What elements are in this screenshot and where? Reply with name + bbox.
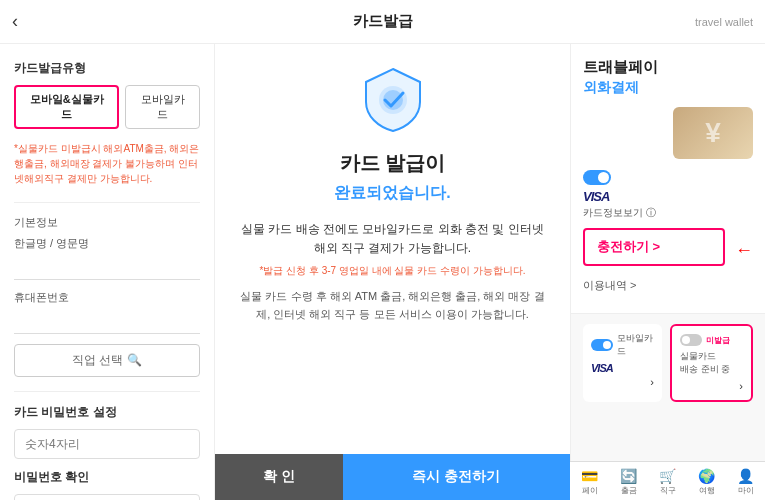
main-layout: 카드발급유형 모바일&실물카드 모바일카드 *실물카드 미발급시 해외ATM출금… — [0, 44, 765, 500]
complete-subtitle: 완료되었습니다. — [334, 183, 450, 204]
right-panel: 트래블페이 외화결제 VISA 카드정보보기 ⓘ 충전하기 > ← 이용내역 > — [570, 44, 765, 500]
physical-card-toggle[interactable] — [680, 334, 702, 346]
divider-2 — [14, 391, 200, 392]
desc-sub: 실물 카드 수령 후 해외 ATM 출금, 해외은행 출금, 해외 매장 결제,… — [235, 288, 550, 323]
nav-travel-icon: 🌍 — [698, 468, 715, 484]
left-panel: 카드발급유형 모바일&실물카드 모바일카드 *실물카드 미발급시 해외ATM출금… — [0, 44, 215, 500]
pin-input[interactable] — [14, 429, 200, 459]
confirm-input[interactable] — [14, 494, 200, 500]
mobile-card-item[interactable]: 모바일카드 VISA › — [583, 324, 662, 402]
bottom-nav-bar: 💳 페이 🔄 출금 🛒 직구 🌍 여행 👤 마이 — [570, 461, 765, 500]
complete-title: 카드 발급이 — [340, 150, 446, 177]
mobile-card-arrow[interactable]: › — [650, 376, 654, 388]
card-type-mobile-physical[interactable]: 모바일&실물카드 — [14, 85, 119, 129]
physical-card-badge: 미발급 — [706, 335, 730, 346]
mobile-card-label: 모바일카드 — [617, 332, 654, 358]
center-panel: 카드 발급이 완료되었습니다. 실물 카드 배송 전에도 모바일카드로 외화 충… — [215, 44, 570, 500]
card-type-notice: *실물카드 미발급시 해외ATM출금, 해외은행출금, 해외매장 결제가 불가능… — [14, 141, 200, 186]
toggle-row — [583, 170, 753, 185]
phone-field-label: 휴대폰번호 — [14, 290, 200, 305]
desc-warn: *발급 신청 후 3-7 영업일 내에 실물 카드 수령이 가능합니다. — [235, 264, 550, 278]
mobile-card-toggle[interactable] — [591, 339, 613, 351]
top-bar: ‹ 카드발급 travel wallet — [0, 0, 765, 44]
travelpay-title: 트래블페이 — [583, 58, 753, 77]
nav-withdraw-icon: 🔄 — [620, 468, 637, 484]
travelpay-subtitle: 외화결제 — [583, 79, 753, 97]
card-preview-area — [583, 107, 753, 162]
card-image — [673, 107, 753, 159]
nav-item-pay[interactable]: 💳 페이 — [577, 466, 602, 498]
name-field-label: 한글명 / 영문명 — [14, 236, 200, 251]
card-row: 모바일카드 VISA › 미발급 실물카드 배송 준비 중 — [583, 324, 753, 402]
charge-arrow: ← — [735, 240, 753, 261]
nav-item-withdraw[interactable]: 🔄 출금 — [616, 466, 641, 498]
confirm-section-label: 비밀번호 확인 — [14, 469, 200, 486]
card-info-link[interactable]: 카드정보보기 ⓘ — [583, 206, 753, 220]
history-link[interactable]: 이용내역 > — [583, 278, 753, 293]
physical-card-item[interactable]: 미발급 실물카드 배송 준비 중 › — [670, 324, 753, 402]
visa-logo: VISA — [583, 189, 753, 204]
job-select-button[interactable]: 직업 선택 🔍 — [14, 344, 200, 377]
nav-item-travel[interactable]: 🌍 여행 — [694, 466, 719, 498]
phone-input[interactable] — [14, 311, 200, 334]
charge-button[interactable]: 충전하기 > — [583, 228, 725, 266]
physical-card-arrow[interactable]: › — [739, 380, 743, 392]
nav-my-label: 마이 — [738, 485, 754, 496]
card-type-label: 카드발급유형 — [14, 60, 200, 77]
desc-main: 실물 카드 배송 전에도 모바일카드로 외화 충전 및 인터넷 해외 직구 결제… — [235, 220, 550, 258]
brand-logo: travel wallet — [695, 16, 753, 28]
nav-travel-label: 여행 — [699, 485, 715, 496]
nav-shop-icon: 🛒 — [659, 468, 676, 484]
nav-shop-label: 직구 — [660, 485, 676, 496]
nav-pay-icon: 💳 — [581, 468, 598, 484]
instant-charge-button[interactable]: 즉시 충전하기 — [343, 454, 570, 500]
right-top-section: 트래블페이 외화결제 VISA 카드정보보기 ⓘ 충전하기 > ← 이용내역 > — [571, 44, 765, 313]
mobile-card-visa: VISA — [591, 362, 654, 374]
card-type-buttons: 모바일&실물카드 모바일카드 — [14, 85, 200, 129]
nav-item-shop[interactable]: 🛒 직구 — [655, 466, 680, 498]
nav-withdraw-label: 출금 — [621, 485, 637, 496]
shield-icon — [358, 64, 428, 134]
card-type-mobile[interactable]: 모바일카드 — [125, 85, 200, 129]
nav-item-my[interactable]: 👤 마이 — [733, 466, 758, 498]
back-button[interactable]: ‹ — [12, 11, 18, 32]
physical-card-status: 배송 준비 중 — [680, 363, 743, 376]
divider-1 — [14, 202, 200, 203]
bottom-buttons: 확 인 즉시 충전하기 — [215, 454, 570, 500]
physical-card-label: 실물카드 — [680, 350, 743, 363]
main-toggle[interactable] — [583, 170, 611, 185]
description-box: 실물 카드 배송 전에도 모바일카드로 외화 충전 및 인터넷 해외 직구 결제… — [235, 220, 550, 324]
nav-pay-label: 페이 — [582, 485, 598, 496]
page-title: 카드발급 — [353, 12, 413, 31]
basic-info-label: 기본정보 — [14, 215, 200, 230]
nav-my-icon: 👤 — [737, 468, 754, 484]
pin-section-label: 카드 비밀번호 설정 — [14, 404, 200, 421]
confirm-button[interactable]: 확 인 — [215, 454, 343, 500]
name-input[interactable] — [14, 257, 200, 280]
right-bottom-section: 모바일카드 VISA › 미발급 실물카드 배송 준비 중 — [571, 313, 765, 412]
